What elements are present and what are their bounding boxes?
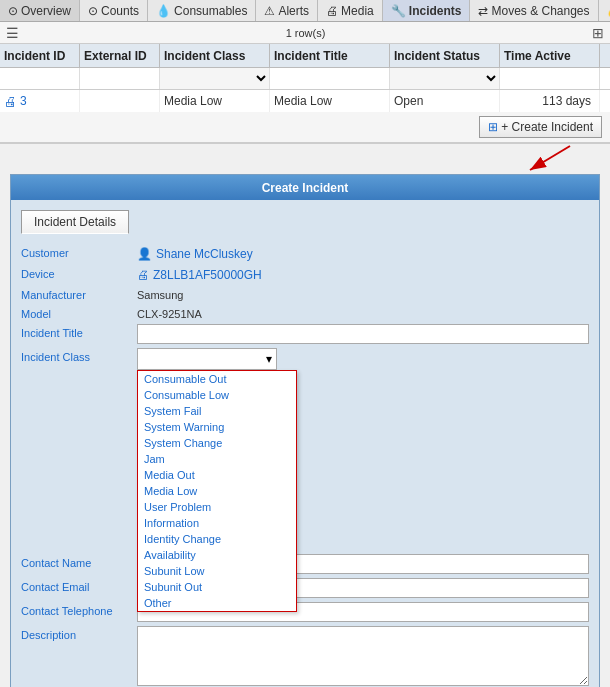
dropdown-option-other[interactable]: Other — [138, 595, 296, 611]
incident-title-label: Incident Title — [21, 324, 131, 339]
dropdown-option-identity-change[interactable]: Identity Change — [138, 531, 296, 547]
manufacturer-label: Manufacturer — [21, 286, 131, 301]
alerts-icon: ⚠ — [264, 4, 275, 18]
tab-overview[interactable]: ⊙ Overview — [0, 0, 80, 21]
arrow-area — [0, 144, 610, 174]
dropdown-option-media-out[interactable]: Media Out — [138, 467, 296, 483]
arrow-annotation — [390, 144, 590, 174]
incident-form: Customer 👤 Shane McCluskey Device 🖨 Z8LL… — [21, 244, 589, 687]
filter-time-active[interactable] — [500, 68, 600, 89]
tab-media[interactable]: 🖨 Media — [318, 0, 383, 21]
dropdown-option-media-low[interactable]: Media Low — [138, 483, 296, 499]
col-incident-id: Incident ID — [0, 44, 80, 67]
filter-incident-class[interactable] — [160, 68, 270, 89]
dropdown-option-information[interactable]: Information — [138, 515, 296, 531]
media-icon: 🖨 — [326, 4, 338, 18]
row-count-bar: ☰ 1 row(s) ⊞ — [0, 22, 610, 44]
chevron-down-icon: ▾ — [266, 352, 272, 366]
tab-incidents[interactable]: 🔧 Incidents — [383, 0, 471, 21]
row-icon: 🖨 — [4, 94, 17, 109]
device-icon: 🖨 — [137, 268, 149, 282]
contact-email-label: Contact Email — [21, 578, 131, 593]
customer-value[interactable]: 👤 Shane McCluskey — [137, 244, 589, 261]
table-header: Incident ID External ID Incident Class I… — [0, 44, 610, 68]
incidents-table-area: ☰ 1 row(s) ⊞ Incident ID External ID Inc… — [0, 22, 610, 144]
dropdown-option-system-fail[interactable]: System Fail — [138, 403, 296, 419]
tab-consumables[interactable]: 💧 Consumables — [148, 0, 256, 21]
incident-details-tab[interactable]: Incident Details — [21, 210, 129, 234]
create-incident-bar: ⊞ + Create Incident — [0, 112, 610, 143]
incidents-icon: 🔧 — [391, 4, 406, 18]
incident-class-dropdown-list[interactable]: Consumable Out Consumable Low System Fai… — [137, 370, 297, 612]
cell-incident-id[interactable]: 🖨 3 — [0, 90, 80, 112]
moves-icon: ⇄ — [478, 4, 488, 18]
col-external-id: External ID — [80, 44, 160, 67]
model-label: Model — [21, 305, 131, 320]
incident-title-input-wrap — [137, 324, 589, 344]
overview-icon: ⊙ — [8, 4, 18, 18]
tab-costs[interactable]: 💰 Costs — [599, 0, 610, 21]
contact-name-label: Contact Name — [21, 554, 131, 569]
col-time-active: Time Active — [500, 44, 600, 67]
column-settings-icon: ⊞ — [592, 25, 604, 41]
description-input-wrap — [137, 626, 589, 687]
modal-body: Incident Details Customer 👤 Shane McClus… — [11, 200, 599, 687]
svg-line-1 — [530, 146, 570, 170]
dropdown-option-user-problem[interactable]: User Problem — [138, 499, 296, 515]
customer-icon: 👤 — [137, 247, 152, 261]
customer-label: Customer — [21, 244, 131, 259]
dropdown-option-availability[interactable]: Availability — [138, 547, 296, 563]
modal-title-bar: Create Incident — [11, 175, 599, 200]
description-input[interactable] — [137, 626, 589, 686]
incident-class-label: Incident Class — [21, 348, 131, 363]
col-incident-class: Incident Class — [160, 44, 270, 67]
consumables-icon: 💧 — [156, 4, 171, 18]
col-incident-title: Incident Title — [270, 44, 390, 67]
costs-icon: 💰 — [607, 4, 610, 18]
cell-incident-status: Open — [390, 90, 500, 112]
device-label: Device — [21, 265, 131, 280]
row-count: 1 row(s) — [286, 27, 326, 39]
incident-class-dropdown-container: ▾ Consumable Out Consumable Low System F… — [137, 348, 589, 370]
table-menu-icon: ☰ — [6, 25, 19, 41]
incident-class-dropdown-trigger[interactable]: ▾ — [137, 348, 277, 370]
cell-incident-class: Media Low — [160, 90, 270, 112]
device-value[interactable]: 🖨 Z8LLB1AF50000GH — [137, 265, 589, 282]
dropdown-option-jam[interactable]: Jam — [138, 451, 296, 467]
filter-incident-id[interactable] — [0, 68, 80, 89]
manufacturer-value: Samsung — [137, 286, 589, 301]
cell-time-active: 113 days — [500, 90, 600, 112]
plus-icon: ⊞ — [488, 120, 498, 134]
modal-tab-bar: Incident Details — [21, 210, 589, 234]
create-incident-modal: Create Incident Incident Details Custome… — [10, 174, 600, 687]
filter-incident-status[interactable] — [390, 68, 500, 89]
model-value: CLX-9251NA — [137, 305, 589, 320]
filter-incident-title[interactable] — [270, 68, 390, 89]
dropdown-option-consumable-out[interactable]: Consumable Out — [138, 371, 296, 387]
cell-incident-title: Media Low — [270, 90, 390, 112]
incident-title-input[interactable] — [137, 324, 589, 344]
table-filter-row — [0, 68, 610, 90]
create-incident-button[interactable]: ⊞ + Create Incident — [479, 116, 602, 138]
top-nav: ⊙ Overview ⊙ Counts 💧 Consumables ⚠ Aler… — [0, 0, 610, 22]
cell-external-id — [80, 90, 160, 112]
tab-moves-changes[interactable]: ⇄ Moves & Changes — [470, 0, 598, 21]
dropdown-option-system-change[interactable]: System Change — [138, 435, 296, 451]
dropdown-option-subunit-low[interactable]: Subunit Low — [138, 563, 296, 579]
contact-telephone-label: Contact Telephone — [21, 602, 131, 617]
tab-counts[interactable]: ⊙ Counts — [80, 0, 148, 21]
table-row: 🖨 3 Media Low Media Low Open 113 days — [0, 90, 610, 112]
filter-external-id[interactable] — [80, 68, 160, 89]
counts-icon: ⊙ — [88, 4, 98, 18]
dropdown-option-consumable-low[interactable]: Consumable Low — [138, 387, 296, 403]
description-label: Description — [21, 626, 131, 641]
col-incident-status: Incident Status — [390, 44, 500, 67]
tab-alerts[interactable]: ⚠ Alerts — [256, 0, 318, 21]
dropdown-option-system-warning[interactable]: System Warning — [138, 419, 296, 435]
dropdown-option-subunit-out[interactable]: Subunit Out — [138, 579, 296, 595]
